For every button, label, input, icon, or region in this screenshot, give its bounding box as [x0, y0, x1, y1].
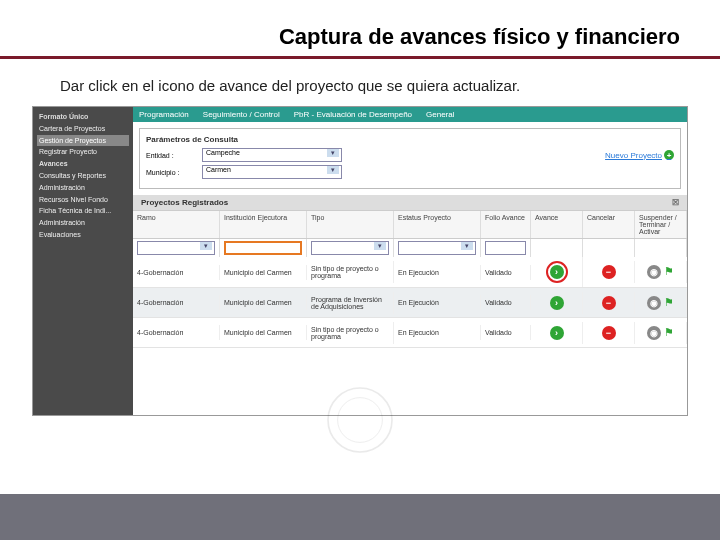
slide-title: Captura de avances físico y financiero: [0, 0, 720, 59]
cancelar-icon[interactable]: −: [602, 296, 616, 310]
collapse-icon[interactable]: ☒: [672, 198, 679, 207]
sidebar-item-eval[interactable]: Evaluaciones: [37, 229, 129, 241]
cell-tipo: Sin tipo de proyecto o programa: [307, 261, 394, 283]
filter-tipo[interactable]: [311, 241, 389, 255]
activar-icon[interactable]: ⚑: [664, 326, 674, 338]
th-folio: Folio Avance: [481, 211, 531, 238]
cell-estatus: En Ejecución: [394, 295, 481, 310]
instruction-text: Dar click en el icono de avance del proy…: [0, 77, 720, 106]
cell-inst: Municipio del Carmen: [220, 325, 307, 340]
sidebar-item-admin[interactable]: Administración: [37, 182, 129, 194]
table-row: 4-Gobernación Municipio del Carmen Progr…: [133, 288, 687, 318]
nuevo-proyecto-link[interactable]: Nuevo Proyecto +: [605, 150, 674, 160]
th-inst: Institución Ejecutora: [220, 211, 307, 238]
cell-suspender: ◉ ⚑: [635, 261, 687, 283]
cell-inst: Municipio del Carmen: [220, 265, 307, 280]
app-frame: Formato Único Cartera de Proyectos Gesti…: [32, 106, 688, 416]
cell-suspender: ◉ ⚑: [635, 322, 687, 344]
avance-highlight-circle: ›: [546, 261, 568, 283]
municipio-label: Municipio :: [146, 169, 196, 176]
cell-inst: Municipio del Carmen: [220, 295, 307, 310]
sidebar-nav: Formato Único Cartera de Proyectos Gesti…: [33, 107, 133, 415]
params-panel: Parámetros de Consulta Entidad : Campech…: [139, 128, 681, 189]
tab-bar: Programación Seguimiento / Control PbR -…: [133, 107, 687, 122]
cell-suspender: ◉ ⚑: [635, 292, 687, 314]
sidebar-item-ficha[interactable]: Ficha Técnica de Indi...: [37, 205, 129, 217]
suspender-icon[interactable]: ◉: [647, 265, 661, 279]
filter-folio-input[interactable]: [485, 241, 526, 255]
sidebar-item-gestion[interactable]: Gestión de Proyectos: [37, 135, 129, 147]
plus-icon: +: [664, 150, 674, 160]
params-title: Parámetros de Consulta: [146, 135, 674, 144]
filter-ramo[interactable]: [137, 241, 215, 255]
cell-cancelar: −: [583, 322, 635, 344]
th-ramo: Ramo: [133, 211, 220, 238]
table-title-bar: Proyectos Registrados ☒: [133, 195, 687, 210]
footer-band: [0, 494, 720, 540]
cell-avance: ›: [531, 292, 583, 314]
suspender-icon[interactable]: ◉: [647, 326, 661, 340]
cell-folio: Validado: [481, 265, 531, 280]
tab-seguimiento[interactable]: Seguimiento / Control: [203, 110, 280, 119]
cell-tipo: Programa de Inversión de Adquisiciones: [307, 292, 394, 314]
cell-ramo: 4-Gobernación: [133, 325, 220, 340]
avance-icon[interactable]: ›: [550, 296, 564, 310]
sidebar-item-consultas[interactable]: Consultas y Reportes: [37, 170, 129, 182]
cell-ramo: 4-Gobernación: [133, 295, 220, 310]
avance-icon[interactable]: ›: [550, 265, 564, 279]
tab-pbr[interactable]: PbR - Evaluación de Desempeño: [294, 110, 412, 119]
sidebar-item-admin2[interactable]: Administración: [37, 217, 129, 229]
cell-avance: ›: [531, 322, 583, 344]
filter-inst-input[interactable]: [224, 241, 302, 255]
cell-folio: Validado: [481, 325, 531, 340]
th-avance: Avance: [531, 211, 583, 238]
cell-ramo: 4-Gobernación: [133, 265, 220, 280]
activar-icon[interactable]: ⚑: [664, 265, 674, 277]
municipio-select[interactable]: Carmen: [202, 165, 342, 179]
avance-icon[interactable]: ›: [550, 326, 564, 340]
sidebar-item-registrar[interactable]: Registrar Proyecto: [37, 146, 129, 158]
cell-cancelar: −: [583, 292, 635, 314]
th-suspender: Suspender / Terminar / Activar: [635, 211, 687, 238]
cell-cancelar: −: [583, 261, 635, 283]
filter-estatus[interactable]: [398, 241, 476, 255]
table-row: 4-Gobernación Municipio del Carmen Sin t…: [133, 257, 687, 288]
cell-folio: Validado: [481, 295, 531, 310]
nuevo-proyecto-label: Nuevo Proyecto: [605, 151, 662, 160]
th-cancelar: Cancelar: [583, 211, 635, 238]
cell-avance: ›: [531, 257, 583, 287]
suspender-icon[interactable]: ◉: [647, 296, 661, 310]
cell-estatus: En Ejecución: [394, 265, 481, 280]
entidad-label: Entidad :: [146, 152, 196, 159]
cancelar-icon[interactable]: −: [602, 265, 616, 279]
table-row: 4-Gobernación Municipio del Carmen Sin t…: [133, 318, 687, 348]
table-title: Proyectos Registrados: [141, 198, 228, 207]
sidebar-item-avances[interactable]: Avances: [37, 158, 129, 170]
table-header-row: Ramo Institución Ejecutora Tipo Estatus …: [133, 210, 687, 239]
main-panel: Programación Seguimiento / Control PbR -…: [133, 107, 687, 415]
entidad-select[interactable]: Campeche: [202, 148, 342, 162]
cell-estatus: En Ejecución: [394, 325, 481, 340]
sidebar-item-recursos[interactable]: Recursos Nivel Fondo: [37, 194, 129, 206]
cancelar-icon[interactable]: −: [602, 326, 616, 340]
th-estatus: Estatus Proyecto: [394, 211, 481, 238]
tab-programacion[interactable]: Programación: [139, 110, 189, 119]
filter-row: [133, 239, 687, 257]
sidebar-item-formato[interactable]: Formato Único: [37, 111, 129, 123]
cell-tipo: Sin tipo de proyecto o programa: [307, 322, 394, 344]
tab-general[interactable]: General: [426, 110, 454, 119]
sidebar-item-cartera[interactable]: Cartera de Proyectos: [37, 123, 129, 135]
th-tipo: Tipo: [307, 211, 394, 238]
activar-icon[interactable]: ⚑: [664, 296, 674, 308]
